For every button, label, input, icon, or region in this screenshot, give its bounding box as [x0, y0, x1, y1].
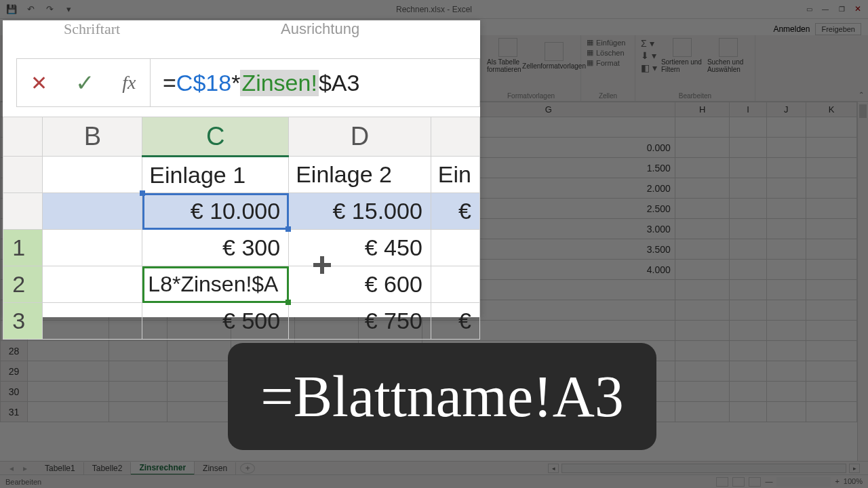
col-header-d[interactable]: D — [289, 117, 431, 157]
sheet-tab-tabelle1[interactable]: Tabelle1 — [37, 462, 84, 474]
cells-format-button[interactable]: ▦ Format — [587, 58, 629, 67]
col-h[interactable]: H — [675, 102, 730, 117]
qat-more-icon[interactable]: ▾ — [64, 5, 73, 14]
sheet-tab-zinsrechner[interactable]: Zinsrechner — [131, 462, 195, 475]
cell-cursor-icon — [313, 256, 331, 274]
col-j[interactable]: J — [766, 102, 806, 117]
signin-link[interactable]: Anmelden — [773, 24, 810, 34]
group-styles-label: Formatvorlagen — [487, 91, 575, 100]
clear-icon[interactable]: ◧ ▾ — [641, 62, 657, 73]
col-k[interactable]: K — [806, 102, 856, 117]
minimize-button[interactable]: — — [818, 3, 833, 15]
cell[interactable]: Ein — [431, 157, 479, 193]
row-label[interactable]: 1 — [3, 230, 43, 266]
cell[interactable]: € 500 — [142, 303, 289, 340]
save-icon[interactable]: 💾 — [7, 5, 16, 14]
title-bar: 💾 ↶ ↷ ▾ Rechnen.xlsx - Excel ▭ — ❐ ✕ — [0, 0, 868, 19]
close-button[interactable]: ✕ — [850, 3, 865, 15]
redo-icon[interactable]: ↷ — [45, 5, 54, 14]
col-i[interactable]: I — [730, 102, 766, 117]
group-align-label: Ausrichtung — [281, 20, 359, 38]
formula-confirm-button[interactable]: ✓ — [75, 69, 94, 96]
view-pagebreak-icon[interactable] — [749, 477, 761, 487]
zoom-slider[interactable] — [776, 477, 831, 487]
view-normal-icon[interactable] — [716, 477, 728, 487]
view-pagelayout-icon[interactable] — [732, 477, 745, 487]
formula-bar: ✕ ✓ fx =C$18*Zinsen!$A3 — [16, 58, 480, 107]
formula-cancel-button[interactable]: ✕ — [31, 71, 47, 95]
instruction-caption: =Blattname!A3 — [228, 343, 656, 450]
cell[interactable]: € 450 — [289, 230, 431, 266]
share-button[interactable]: Freigeben — [815, 23, 861, 35]
maximize-button[interactable]: ❐ — [834, 3, 849, 15]
cell[interactable]: € 750 — [289, 303, 431, 340]
status-bar: Bearbeiten — + 100% — [0, 474, 868, 488]
group-cells-label: Zellen — [587, 91, 629, 100]
add-sheet-button[interactable]: + — [240, 463, 255, 474]
cell[interactable]: Einlage 1 — [142, 157, 289, 193]
cell[interactable]: € 300 — [142, 230, 289, 266]
status-mode: Bearbeiten — [5, 478, 41, 486]
active-cell-c20[interactable]: L8*Zinsen!$A — [142, 266, 289, 303]
cells-delete-button[interactable]: ▦ Löschen — [587, 48, 629, 57]
row-header[interactable]: 30 — [1, 382, 28, 402]
formula-input[interactable]: =C$18*Zinsen!$A3 — [151, 58, 480, 107]
cell[interactable]: € — [431, 303, 479, 340]
row-header[interactable]: 31 — [1, 402, 28, 422]
sort-filter-button[interactable]: Sortieren und Filtern — [661, 38, 703, 73]
row-label[interactable]: 3 — [3, 303, 43, 340]
hscroll-left-icon[interactable]: ◂ — [548, 464, 559, 473]
col-header-c[interactable]: C — [142, 117, 289, 157]
fill-icon[interactable]: ⬇ ▾ — [641, 50, 657, 61]
zoom-panel: Schriftart Ausrichtung ✕ ✓ fx =C$18*Zins… — [3, 20, 480, 317]
horizontal-scrollbar[interactable] — [561, 464, 846, 473]
cell[interactable]: € 15.000 — [289, 193, 431, 230]
hscroll-right-icon[interactable]: ▸ — [849, 464, 860, 473]
cells-insert-button[interactable]: ▦ Einfügen — [587, 38, 629, 47]
cell[interactable]: Einlage 2 — [289, 157, 431, 193]
row-header[interactable]: 28 — [1, 341, 28, 361]
undo-icon[interactable]: ↶ — [26, 5, 35, 14]
cell[interactable]: € 600 — [289, 266, 431, 303]
col-header-b[interactable]: B — [43, 117, 142, 157]
sheet-tabs: ◂ ▸ Tabelle1 Tabelle2 Zinsrechner Zinsen… — [0, 461, 868, 474]
sheet-nav-prev-icon[interactable]: ◂ — [0, 464, 23, 473]
sheet-tab-tabelle2[interactable]: Tabelle2 — [84, 462, 132, 474]
cell-styles-button[interactable]: Zellenformatvorlagen — [533, 42, 575, 70]
group-font-label: Schriftart — [64, 20, 120, 38]
sheet-nav-next-icon[interactable]: ▸ — [23, 464, 37, 473]
cell-c18[interactable]: € 10.000 — [142, 193, 289, 230]
row-header[interactable]: 29 — [1, 361, 28, 382]
collapse-ribbon-icon[interactable]: ⌃ — [859, 91, 864, 98]
cell[interactable]: € — [431, 193, 479, 230]
ribbon-options-icon[interactable]: ▭ — [802, 3, 816, 15]
window-title: Rechnen.xlsx - Excel — [396, 5, 472, 14]
zoom-level[interactable]: 100% — [844, 477, 863, 487]
sheet-tab-zinsen[interactable]: Zinsen — [195, 462, 236, 474]
vertical-scrollbar[interactable] — [857, 102, 868, 461]
find-select-button[interactable]: Suchen und Auswählen — [707, 38, 749, 73]
autosum-icon[interactable]: Σ ▾ — [641, 38, 657, 49]
insert-function-button[interactable]: fx — [122, 72, 136, 94]
group-edit-label: Bearbeiten — [641, 91, 749, 100]
row-label[interactable]: 2 — [3, 266, 43, 303]
